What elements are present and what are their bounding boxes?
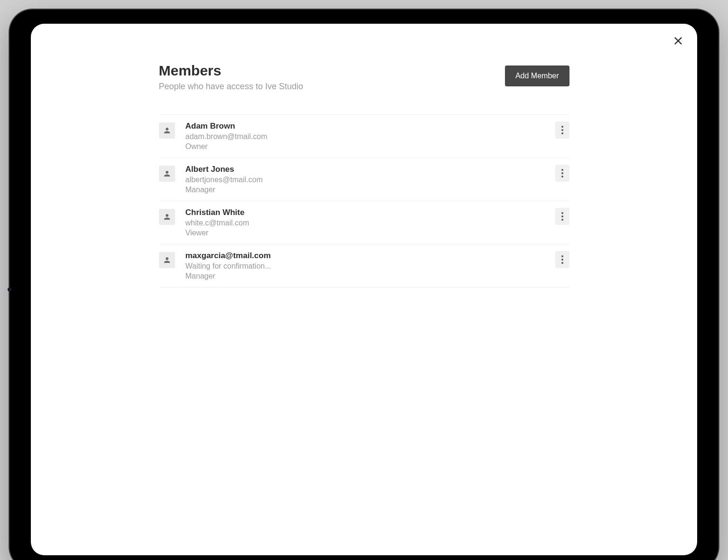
member-more-button[interactable] [555,251,569,268]
svg-point-7 [561,176,563,177]
svg-point-9 [561,215,563,217]
member-email: white.c@tmail.com [186,219,555,227]
more-vertical-icon [561,169,563,177]
svg-point-4 [561,132,563,134]
member-more-button[interactable] [555,121,569,139]
member-row: Christian White white.c@tmail.com Viewer [159,201,569,244]
page-title: Members [159,63,303,79]
close-button[interactable] [670,32,687,49]
member-email: adam.brown@tmail.com [186,132,555,141]
member-email: albertjones@tmail.com [186,176,555,184]
member-info: Adam Brown adam.brown@tmail.com Owner [186,121,555,151]
svg-point-8 [561,212,563,214]
member-info: Christian White white.c@tmail.com Viewer [186,208,555,237]
more-vertical-icon [561,126,563,134]
member-info: maxgarcia@tmail.com Waiting for confirma… [186,251,555,280]
member-row: Albert Jones albertjones@tmail.com Manag… [159,158,569,201]
person-icon [163,256,171,264]
member-list: Adam Brown adam.brown@tmail.com Owner Al… [159,114,569,288]
person-icon [163,169,171,178]
avatar [159,122,175,139]
member-row: maxgarcia@tmail.com Waiting for confirma… [159,244,569,288]
svg-point-13 [561,262,563,264]
avatar [159,166,175,182]
page-header: Members People who have access to Ive St… [159,63,569,92]
member-role: Manager [186,186,555,194]
more-vertical-icon [561,212,563,221]
avatar [159,252,175,268]
member-more-button[interactable] [555,165,569,182]
close-icon [673,36,683,46]
tablet-device-frame: Members People who have access to Ive St… [9,9,719,560]
add-member-button[interactable]: Add Member [505,65,569,86]
svg-point-6 [561,172,563,174]
svg-point-2 [561,126,563,128]
more-vertical-icon [561,255,563,264]
svg-point-12 [561,259,563,261]
screen: Members People who have access to Ive St… [31,24,697,555]
person-icon [163,126,171,135]
member-name: Adam Brown [186,121,555,131]
member-role: Owner [186,142,555,151]
main-content: Members People who have access to Ive St… [159,24,569,288]
header-text-block: Members People who have access to Ive St… [159,63,303,92]
svg-point-10 [561,219,563,221]
member-role: Manager [186,272,555,280]
person-icon [163,213,171,221]
member-name: Albert Jones [186,165,555,174]
member-status: Waiting for confirmation... [186,262,555,271]
avatar [159,209,175,225]
member-info: Albert Jones albertjones@tmail.com Manag… [186,165,555,194]
member-name: Christian White [186,208,555,217]
svg-point-11 [561,255,563,257]
member-role: Viewer [186,229,555,237]
svg-point-3 [561,129,563,131]
member-name: maxgarcia@tmail.com [186,251,555,261]
svg-point-5 [561,169,563,171]
member-row: Adam Brown adam.brown@tmail.com Owner [159,115,569,158]
member-more-button[interactable] [555,208,569,225]
page-subtitle: People who have access to Ive Studio [159,82,303,92]
